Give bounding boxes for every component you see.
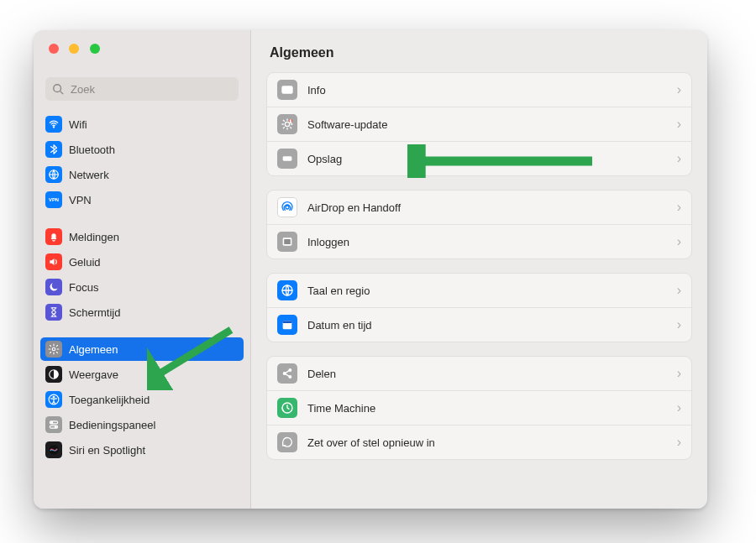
settings-group: AirDrop en Handoff›Inloggen› (266, 190, 692, 259)
settings-row-label: Info (307, 84, 677, 97)
globe-icon (45, 166, 62, 183)
chevron-right-icon: › (677, 234, 681, 249)
reset-icon (277, 432, 297, 452)
share-icon (277, 363, 297, 384)
sidebar-item-controlcenter[interactable]: Bedieningspaneel (40, 413, 244, 436)
sidebar: WifiBluetoothNetwerkVPNVPNMeldingenGelui… (34, 30, 251, 509)
gear-icon (45, 341, 62, 358)
sidebar-item-notifications[interactable]: Meldingen (40, 225, 244, 248)
sidebar-item-label: Geluid (69, 256, 101, 269)
chevron-right-icon: › (677, 151, 681, 166)
accessibility-icon (45, 391, 62, 408)
sidebar-item-sound[interactable]: Geluid (40, 250, 244, 274)
zoom-window-button[interactable] (90, 44, 100, 54)
sidebar-item-network[interactable]: Netwerk (40, 163, 244, 186)
sidebar-item-accessibility[interactable]: Toegankelijkheid (40, 388, 244, 411)
sidebar-item-general[interactable]: Algemeen (40, 337, 244, 361)
svg-point-10 (51, 421, 53, 423)
settings-row-about[interactable]: Info› (267, 73, 691, 107)
settings-row-timemachine[interactable]: Time Machine› (267, 390, 691, 425)
minimize-window-button[interactable] (69, 44, 79, 54)
sidebar-item-label: Bedieningspaneel (69, 419, 155, 431)
settings-row-airdrop[interactable]: AirDrop en Handoff› (267, 191, 691, 224)
sidebar-item-label: Focus (69, 281, 98, 294)
settings-row-label: Zet over of stel opnieuw in (307, 436, 677, 449)
settings-row-reset[interactable]: Zet over of stel opnieuw in› (267, 425, 691, 459)
sidebar-item-label: Siri en Spotlight (69, 444, 145, 457)
svg-line-34 (286, 374, 289, 377)
globe-icon (277, 280, 297, 300)
timemachine-icon (277, 398, 297, 418)
svg-rect-28 (283, 321, 292, 323)
settings-row-login[interactable]: Inloggen› (267, 224, 691, 258)
switches-icon (45, 416, 62, 433)
settings-row-label: Opslag (307, 153, 677, 165)
settings-row-label: Taal en regio (307, 285, 677, 297)
svg-line-1 (60, 91, 64, 95)
svg-point-16 (285, 122, 289, 126)
sidebar-item-wifi[interactable]: Wifi (40, 112, 244, 136)
sidebar-item-bluetooth[interactable]: Bluetooth (40, 138, 244, 161)
sidebar-item-screentime[interactable]: Schermtijd (40, 300, 244, 324)
bell-icon (45, 228, 62, 245)
svg-point-0 (54, 85, 61, 92)
sidebar-item-appearance[interactable]: Weergave (40, 363, 244, 386)
svg-text:VPN: VPN (49, 197, 59, 202)
settings-row-storage[interactable]: Opslag› (267, 141, 691, 175)
search-field-container[interactable] (45, 77, 239, 101)
list-icon (277, 232, 297, 252)
main-panel: Algemeen Info›1Software-update›Opslag›Ai… (251, 30, 707, 509)
sidebar-item-label: Toegankelijkheid (69, 394, 150, 406)
svg-point-8 (53, 396, 55, 398)
settings-group: Taal en regio›20Datum en tijd› (266, 273, 692, 342)
main-content: Info›1Software-update›Opslag›AirDrop en … (251, 72, 707, 509)
page-title: Algemeen (251, 30, 707, 72)
settings-group: Info›1Software-update›Opslag› (266, 72, 692, 176)
info-icon (277, 80, 297, 100)
siri-icon (45, 441, 62, 458)
settings-row-label: Datum en tijd (307, 319, 677, 332)
svg-point-20 (290, 158, 291, 159)
sidebar-item-label: Schermtijd (69, 306, 120, 319)
calendar-icon: 20 (277, 315, 297, 335)
sidebar-item-label: VPN (69, 194, 92, 206)
settings-row-label: Delen (307, 368, 677, 380)
sidebar-item-siri[interactable]: Siri en Spotlight (40, 438, 244, 462)
disk-icon (277, 149, 297, 169)
sidebar-item-focus[interactable]: Focus (40, 275, 244, 299)
chevron-right-icon: › (677, 200, 681, 215)
vpn-icon: VPN (45, 191, 62, 208)
settings-row-label: Software-update (307, 118, 677, 131)
sidebar-item-label: Meldingen (69, 231, 119, 243)
wifi-icon (45, 116, 62, 133)
settings-row-software-update[interactable]: 1Software-update› (267, 107, 691, 141)
system-settings-window: WifiBluetoothNetwerkVPNVPNMeldingenGelui… (34, 30, 707, 509)
close-window-button[interactable] (49, 44, 59, 54)
chevron-right-icon: › (677, 400, 681, 415)
chevron-right-icon: › (677, 117, 681, 132)
settings-row-sharing[interactable]: Delen› (267, 357, 691, 390)
bluetooth-icon (45, 141, 62, 158)
svg-point-21 (286, 206, 289, 209)
settings-row-label: AirDrop en Handoff (307, 201, 677, 214)
svg-rect-14 (282, 86, 292, 93)
moon-icon (45, 279, 62, 295)
svg-line-33 (286, 371, 289, 373)
search-input[interactable] (69, 82, 232, 97)
sidebar-item-label: Weergave (69, 368, 118, 381)
hourglass-icon (45, 304, 62, 321)
svg-point-12 (55, 426, 56, 428)
settings-row-label: Time Machine (307, 402, 677, 415)
chevron-right-icon: › (677, 435, 681, 450)
settings-row-language[interactable]: Taal en regio› (267, 274, 691, 307)
settings-group: Delen›Time Machine›Zet over of stel opni… (266, 356, 692, 460)
sidebar-item-label: Algemeen (69, 343, 118, 356)
svg-point-2 (53, 127, 54, 128)
window-controls (34, 30, 250, 65)
chevron-right-icon: › (677, 82, 681, 97)
airdrop-icon (277, 197, 297, 217)
chevron-right-icon: › (677, 317, 681, 332)
sidebar-item-vpn[interactable]: VPNVPN (40, 188, 244, 211)
settings-row-label: Inloggen (307, 236, 677, 248)
settings-row-datetime[interactable]: 20Datum en tijd› (267, 307, 691, 342)
